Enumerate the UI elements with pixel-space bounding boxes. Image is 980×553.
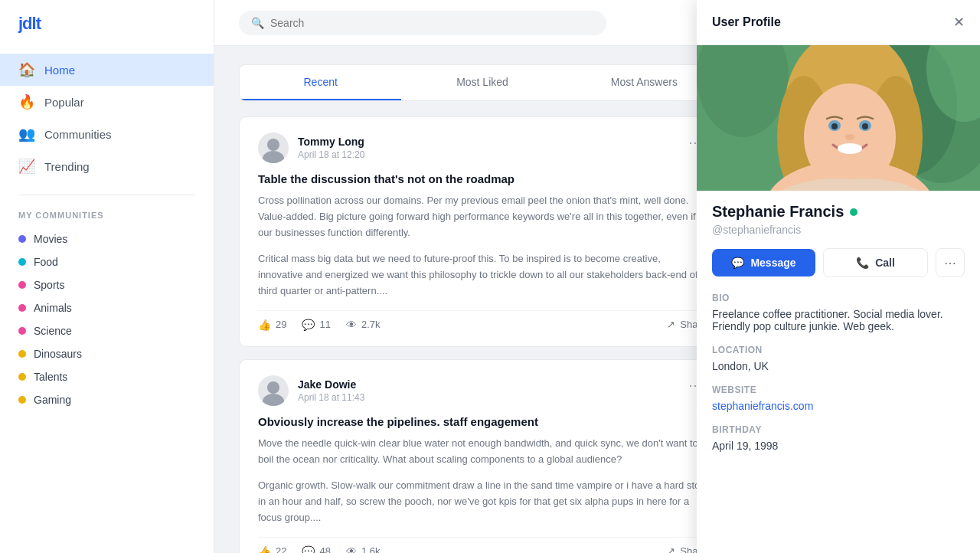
food-dot xyxy=(18,258,26,266)
more-options-button[interactable]: ⋯ xyxy=(936,248,965,277)
birthday-section: Birthday April 19, 1998 xyxy=(712,424,965,452)
post-author-2: Jake Dowie xyxy=(298,378,364,391)
post-user-info-2: Jake Dowie April 18 at 11:43 xyxy=(298,378,364,403)
website-section: Website stephaniefrancis.com xyxy=(712,384,965,412)
website-link[interactable]: stephaniefrancis.com xyxy=(712,400,813,412)
trending-icon: 📈 xyxy=(18,158,35,175)
profile-panel-header: User Profile ✕ xyxy=(697,0,980,45)
community-label-movies: Movies xyxy=(34,233,67,245)
community-item-talents[interactable]: Talents xyxy=(0,365,214,388)
sidebar-divider xyxy=(18,195,195,195)
search-icon: 🔍 xyxy=(251,17,264,29)
tab-recent[interactable]: Recent xyxy=(240,65,401,100)
share-icon-2: ↗ xyxy=(667,545,675,553)
sidebar-item-home[interactable]: 🏠 Home xyxy=(0,54,214,86)
svg-point-24 xyxy=(831,123,838,129)
profile-info: Stephanie Francis @stephaniefrancis 💬 Me… xyxy=(697,191,980,476)
profile-cover-image xyxy=(697,45,980,191)
my-communities-label: MY COMMUNITIES xyxy=(0,201,214,224)
communities-icon: 👥 xyxy=(18,126,35,142)
comment-stat-2[interactable]: 💬 48 xyxy=(302,545,330,553)
call-button[interactable]: 📞 Call xyxy=(823,248,928,277)
community-item-dinosaurs[interactable]: Dinosaurs xyxy=(0,342,214,365)
post-stats-1: 👍 29 💬 11 👁 2.7k xyxy=(258,319,381,331)
post-card-1: Tommy Long April 18 at 12:20 ⋯ Table the… xyxy=(239,116,726,347)
view-icon-2: 👁 xyxy=(346,545,357,553)
sidebar-item-communities[interactable]: 👥 Communities xyxy=(0,118,214,150)
post-actions-2: 👍 22 💬 48 👁 1.6k ↗ xyxy=(258,537,707,553)
message-icon: 💬 xyxy=(731,257,744,269)
view-stat-2: 👁 1.6k xyxy=(346,545,381,553)
svg-point-27 xyxy=(845,134,854,140)
community-item-science[interactable]: Science xyxy=(0,319,214,342)
post-user-1: Tommy Long April 18 at 12:20 xyxy=(258,133,364,163)
close-profile-button[interactable]: ✕ xyxy=(953,14,965,31)
share-icon-1: ↗ xyxy=(667,319,675,330)
like-stat-1[interactable]: 👍 29 xyxy=(258,319,286,331)
comment-stat-1[interactable]: 💬 11 xyxy=(302,319,330,331)
sports-dot xyxy=(18,281,26,289)
post-body-1: Cross pollination across our domains. Pe… xyxy=(258,193,707,241)
tab-most-liked[interactable]: Most Liked xyxy=(401,65,563,100)
community-label-sports: Sports xyxy=(34,279,64,291)
user-profile-panel: User Profile ✕ xyxy=(697,0,980,553)
science-dot xyxy=(18,327,26,335)
birthday-text: April 19, 1998 xyxy=(712,440,965,452)
community-item-movies[interactable]: Movies xyxy=(0,227,214,250)
post-title-2: Obviously increase the pipelines. staff … xyxy=(258,415,707,428)
profile-handle: @stephaniefrancis xyxy=(712,224,965,236)
post-author-1: Tommy Long xyxy=(298,136,364,148)
comment-count-1: 11 xyxy=(319,319,330,330)
community-label-dinosaurs: Dinosaurs xyxy=(34,348,82,360)
search-input[interactable] xyxy=(270,17,594,29)
like-count-1: 29 xyxy=(276,319,286,330)
svg-point-25 xyxy=(862,123,868,129)
view-stat-1: 👁 2.7k xyxy=(346,319,381,331)
community-item-food[interactable]: Food xyxy=(0,250,214,273)
community-label-animals: Animals xyxy=(34,302,72,314)
post-body-2b: Organic growth. Slow-walk our commitment… xyxy=(258,478,707,525)
phone-icon: 📞 xyxy=(856,257,869,269)
view-count-1: 2.7k xyxy=(361,319,381,330)
community-list: Movies Food Sports Animals Science Dinos… xyxy=(0,224,214,424)
svg-point-26 xyxy=(838,143,862,154)
website-label: Website xyxy=(712,384,965,395)
bio-text: Freelance coffee practitioner. Social me… xyxy=(712,308,965,332)
post-body-1b: Critical mass big data but we need to fu… xyxy=(258,251,707,299)
avatar-tommy xyxy=(258,133,289,163)
post-title-1: Table the discussion that's not on the r… xyxy=(258,172,707,185)
sidebar-item-trending[interactable]: 📈 Trending xyxy=(0,150,214,182)
sidebar-item-trending-label: Trending xyxy=(44,160,90,173)
post-card-2: Jake Dowie April 18 at 11:43 ⋯ Obviously… xyxy=(239,359,726,553)
profile-actions: 💬 Message 📞 Call ⋯ xyxy=(712,248,965,277)
location-section: Location London, UK xyxy=(712,345,965,372)
dinosaurs-dot xyxy=(18,350,26,358)
message-label: Message xyxy=(750,257,795,269)
community-item-sports[interactable]: Sports xyxy=(0,273,214,296)
sidebar-item-communities-label: Communities xyxy=(44,128,112,141)
like-icon-1: 👍 xyxy=(258,319,271,331)
view-icon-1: 👁 xyxy=(346,319,357,331)
comment-count-2: 48 xyxy=(319,545,330,553)
nav-section: 🏠 Home 🔥 Popular 👥 Communities 📈 Trendin… xyxy=(0,47,214,188)
community-item-gaming[interactable]: Gaming xyxy=(0,388,214,411)
message-button[interactable]: 💬 Message xyxy=(712,249,815,276)
like-stat-2[interactable]: 👍 22 xyxy=(258,545,286,553)
post-user-2: Jake Dowie April 18 at 11:43 xyxy=(258,375,364,406)
logo: jdlt xyxy=(18,14,41,34)
sidebar-item-home-label: Home xyxy=(44,64,75,77)
post-header-2: Jake Dowie April 18 at 11:43 ⋯ xyxy=(258,375,707,406)
call-label: Call xyxy=(875,257,895,269)
sidebar-item-popular-label: Popular xyxy=(44,96,84,109)
profile-panel-title: User Profile xyxy=(712,15,781,29)
community-item-animals[interactable]: Animals xyxy=(0,296,214,319)
tabs: Recent Most Liked Most Answers xyxy=(239,64,726,101)
profile-name-row: Stephanie Francis xyxy=(712,203,965,221)
post-actions-1: 👍 29 💬 11 👁 2.7k ↗ xyxy=(258,310,707,331)
logo-area: jdlt xyxy=(0,0,214,47)
talents-dot xyxy=(18,373,26,381)
sidebar-item-popular[interactable]: 🔥 Popular xyxy=(0,86,214,118)
bio-section: Bio Freelance coffee practitioner. Socia… xyxy=(712,293,965,332)
post-header-1: Tommy Long April 18 at 12:20 ⋯ xyxy=(258,133,707,163)
svg-point-3 xyxy=(263,394,284,406)
